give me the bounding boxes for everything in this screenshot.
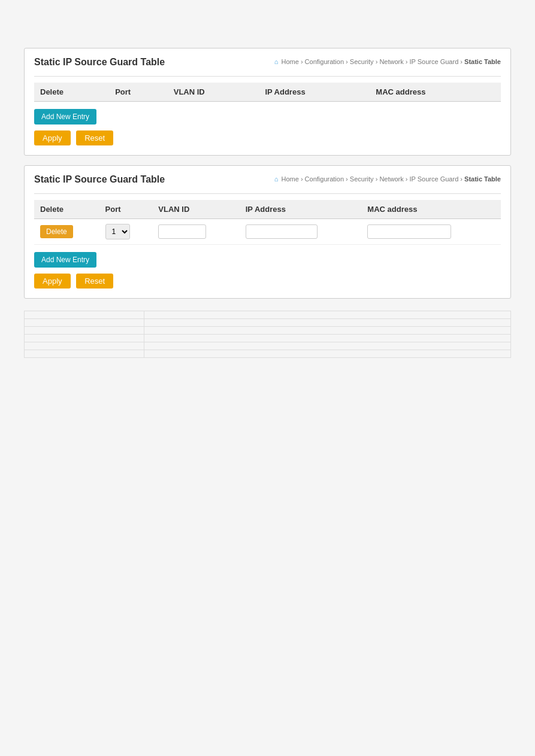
col-delete-2: Delete <box>34 200 99 219</box>
info-row-1 <box>25 311 511 319</box>
info-cell-label-1 <box>25 311 144 319</box>
breadcrumb-static-table: Static Table <box>464 58 501 65</box>
breadcrumb-network: Network <box>379 58 403 65</box>
reset-button-2[interactable]: Reset <box>76 274 113 289</box>
divider-1 <box>34 76 501 77</box>
breadcrumb2-security: Security <box>350 175 374 183</box>
col-mac-address-2: MAC address <box>361 200 501 219</box>
col-delete-1: Delete <box>34 83 109 102</box>
info-row-2 <box>25 319 511 327</box>
breadcrumb-2: ⌂ Home › Configuration › Security › Netw… <box>274 175 501 183</box>
breadcrumb-security: Security <box>350 58 374 65</box>
info-table-section <box>24 311 511 358</box>
breadcrumb2-ip-source-guard: IP Source Guard <box>410 175 459 183</box>
info-row-3 <box>25 327 511 335</box>
reset-button-1[interactable]: Reset <box>76 130 113 145</box>
cell-delete: Delete <box>34 219 99 245</box>
divider-2 <box>34 193 501 194</box>
breadcrumb-configuration: Configuration <box>305 58 344 65</box>
cell-ip-address <box>240 219 362 245</box>
info-cell-value-6 <box>144 350 511 358</box>
col-ip-address-1: IP Address <box>259 83 370 102</box>
info-table <box>24 311 511 358</box>
card-static-ip-source-guard-with-entry: Static IP Source Guard Table ⌂ Home › Co… <box>24 165 511 299</box>
info-row-4 <box>25 335 511 342</box>
info-cell-value-2 <box>144 319 511 327</box>
info-cell-value-1 <box>144 311 511 319</box>
action-buttons-1: Apply Reset <box>34 130 501 145</box>
add-new-entry-button-1[interactable]: Add New Entry <box>34 109 96 125</box>
col-vlan-id-1: VLAN ID <box>168 83 259 102</box>
info-cell-label-6 <box>25 350 144 358</box>
card1-title: Static IP Source Guard Table <box>34 57 165 68</box>
info-cell-value-5 <box>144 342 511 350</box>
breadcrumb2-static-table: Static Table <box>464 175 501 183</box>
info-cell-label-3 <box>25 327 144 335</box>
breadcrumb2-configuration: Configuration <box>305 175 344 183</box>
col-vlan-id-2: VLAN ID <box>152 200 239 219</box>
add-new-entry-button-2[interactable]: Add New Entry <box>34 252 96 268</box>
info-row-6 <box>25 350 511 358</box>
ip-address-input-row1[interactable] <box>246 224 318 239</box>
cell-vlan-id <box>152 219 239 245</box>
breadcrumb2-network: Network <box>379 175 403 183</box>
info-cell-label-2 <box>25 319 144 327</box>
cell-port: 1 2 3 4 <box>99 219 153 245</box>
col-mac-address-1: MAC address <box>370 83 501 102</box>
col-ip-address-2: IP Address <box>240 200 362 219</box>
col-port-2: Port <box>99 200 153 219</box>
ip-source-guard-table-empty: Delete Port VLAN ID IP Address MAC addre… <box>34 83 501 102</box>
info-row-5 <box>25 342 511 350</box>
col-port-1: Port <box>109 83 168 102</box>
card-static-ip-source-guard-empty: Static IP Source Guard Table ⌂ Home › Co… <box>24 48 511 156</box>
vlan-id-input-row1[interactable] <box>158 224 206 239</box>
mac-address-input-row1[interactable] <box>367 224 451 239</box>
table-row: Delete 1 2 3 4 <box>34 219 501 245</box>
delete-button-row1[interactable]: Delete <box>40 225 73 238</box>
breadcrumb2-home: Home <box>281 175 298 183</box>
ip-source-guard-table-with-entry: Delete Port VLAN ID IP Address MAC addre… <box>34 200 501 245</box>
port-select-row1[interactable]: 1 2 3 4 <box>105 224 130 239</box>
apply-button-2[interactable]: Apply <box>34 274 71 289</box>
breadcrumb-ip-source-guard: IP Source Guard <box>410 58 459 65</box>
home-icon-2: ⌂ <box>274 175 279 183</box>
action-buttons-2: Apply Reset <box>34 274 501 289</box>
info-cell-label-4 <box>25 335 144 342</box>
info-cell-value-3 <box>144 327 511 335</box>
info-cell-value-4 <box>144 335 511 342</box>
breadcrumb-home: Home <box>281 58 298 65</box>
info-cell-label-5 <box>25 342 144 350</box>
breadcrumb-1: ⌂ Home › Configuration › Security › Netw… <box>274 58 501 65</box>
card2-title: Static IP Source Guard Table <box>34 174 165 185</box>
home-icon: ⌂ <box>274 58 279 65</box>
cell-mac-address <box>361 219 501 245</box>
apply-button-1[interactable]: Apply <box>34 130 71 145</box>
